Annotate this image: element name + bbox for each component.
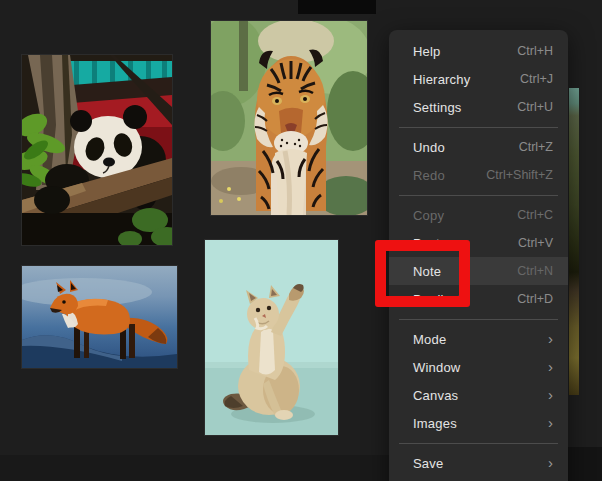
menu-item-shortcut: Ctrl+N — [517, 264, 553, 278]
menu-divider — [399, 319, 558, 320]
menu-divider — [399, 195, 558, 196]
menu-item-hierarchy[interactable]: Hierarchy Ctrl+J — [389, 65, 568, 93]
menu-item-save[interactable]: Save › — [389, 449, 568, 477]
menu-divider — [399, 127, 558, 128]
menu-item-label: Duplicate — [413, 292, 469, 307]
hidden-right-illustration — [569, 88, 579, 395]
menu-item-shortcut: Ctrl+J — [520, 72, 553, 86]
menu-item-duplicate[interactable]: Duplicate Ctrl+D — [389, 285, 568, 313]
menu-item-label: Mode — [413, 332, 446, 347]
menu-item-shortcut: Ctrl+U — [517, 100, 553, 114]
panda-illustration — [22, 55, 172, 245]
menu-item-label: Hierarchy — [413, 72, 470, 87]
chevron-right-icon: › — [548, 331, 553, 346]
menu-item-label: Help — [413, 44, 441, 59]
chevron-right-icon: › — [548, 455, 553, 470]
bottom-right-cropped-image[interactable] — [568, 447, 602, 481]
menu-item-shortcut: Ctrl+Z — [519, 140, 553, 154]
tiger-image[interactable] — [211, 21, 367, 215]
menu-item-undo[interactable]: Undo Ctrl+Z — [389, 133, 568, 161]
chevron-right-icon: › — [548, 359, 553, 374]
menu-item-images[interactable]: Images › — [389, 409, 568, 437]
menu-item-label: Images — [413, 416, 457, 431]
menu-item-shortcut: Ctrl+H — [517, 44, 553, 58]
menu-item-window[interactable]: Window › — [389, 353, 568, 381]
menu-item-canvas[interactable]: Canvas › — [389, 381, 568, 409]
cat-illustration — [205, 240, 338, 435]
tiger-illustration — [211, 21, 367, 215]
menu-item-shortcut: Ctrl+Shift+Z — [486, 168, 553, 182]
menu-item-label: Redo — [413, 168, 445, 183]
app-window: { "canvas": { "images": [ { "name": "pan… — [0, 0, 602, 481]
menu-item-label: Note — [413, 264, 441, 279]
menu-item-shortcut: Ctrl+D — [517, 292, 553, 306]
menu-item-shortcut: Ctrl+V — [518, 236, 553, 250]
menu-item-label: Undo — [413, 140, 445, 155]
cat-image[interactable] — [205, 240, 338, 435]
menu-item-settings[interactable]: Settings Ctrl+U — [389, 93, 568, 121]
menu-item-paste[interactable]: Paste Ctrl+V — [389, 229, 568, 257]
menu-item-mode[interactable]: Mode › — [389, 325, 568, 353]
menu-item-label: Copy — [413, 208, 444, 223]
menu-item-copy[interactable]: Copy Ctrl+C — [389, 201, 568, 229]
fox-image[interactable] — [22, 266, 177, 368]
menu-item-label: Paste — [413, 236, 447, 251]
menu-item-label: Save — [413, 456, 443, 471]
context-menu: Help Ctrl+H Hierarchy Ctrl+J Settings Ct… — [389, 30, 568, 481]
menu-item-redo[interactable]: Redo Ctrl+Shift+Z — [389, 161, 568, 189]
chevron-right-icon: › — [548, 415, 553, 430]
hidden-right-image[interactable] — [569, 88, 579, 395]
menu-item-label: Canvas — [413, 388, 458, 403]
menu-item-label: Window — [413, 360, 460, 375]
menu-item-label: Settings — [413, 100, 462, 115]
menu-item-note[interactable]: Note Ctrl+N — [389, 257, 568, 285]
panda-image[interactable] — [22, 55, 172, 245]
menu-item-help[interactable]: Help Ctrl+H — [389, 37, 568, 65]
menu-item-shortcut: Ctrl+C — [517, 208, 553, 222]
chevron-right-icon: › — [548, 387, 553, 402]
menu-divider — [399, 443, 558, 444]
fox-illustration — [22, 266, 177, 368]
top-cropped-image[interactable] — [298, 0, 376, 14]
